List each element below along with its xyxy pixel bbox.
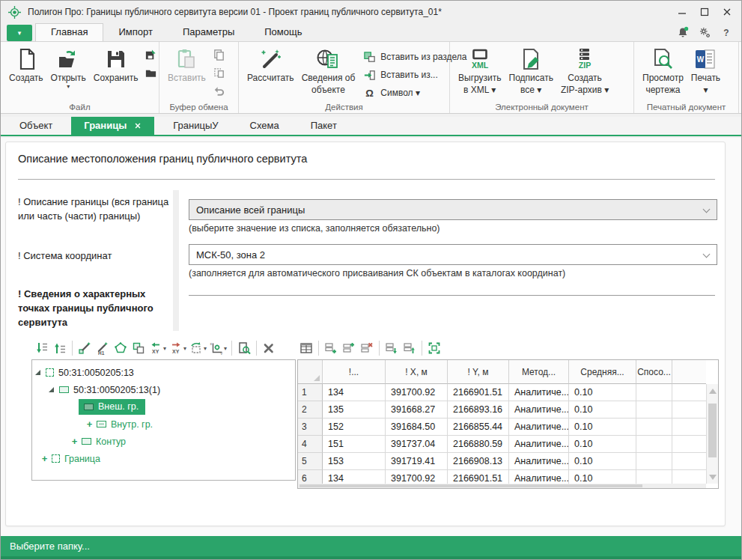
table-cell[interactable]: 391719.41 (386, 453, 448, 470)
polygon-button[interactable] (112, 339, 130, 357)
close-button[interactable] (716, 2, 738, 22)
table-cell[interactable]: 134 (323, 384, 386, 401)
sign-all-button[interactable]: Подписать все ▾ (505, 44, 557, 96)
tree-item-2[interactable]: Внеш. гр. (32, 398, 295, 416)
table-cell[interactable] (636, 401, 672, 419)
expander-open-icon[interactable] (35, 370, 40, 375)
table-cell[interactable]: 2166893.16 (448, 401, 509, 419)
document-tab-2[interactable]: ГраницыУ (160, 117, 231, 135)
move-row-down-button[interactable] (383, 339, 401, 357)
help-button[interactable]: ? (720, 26, 732, 38)
table-cell[interactable] (636, 384, 672, 401)
vertical-scrollbar[interactable] (706, 384, 718, 484)
ribbon-tab-2[interactable]: Параметры (168, 23, 249, 41)
expander-plus-icon[interactable]: + (41, 453, 48, 464)
table-cell[interactable]: 391668.27 (386, 401, 448, 419)
scrollbar-thumb[interactable] (299, 484, 642, 487)
transform-contour-button[interactable]: ▾ (188, 339, 208, 357)
table-cell[interactable] (636, 470, 672, 485)
maximize-button[interactable] (693, 2, 716, 22)
table-cell[interactable]: 391700.92 (386, 470, 448, 485)
row-number[interactable]: 5 (298, 453, 323, 470)
row-number[interactable]: 1 (298, 384, 323, 401)
table-cell[interactable]: Аналитиче... (509, 419, 569, 436)
save-button[interactable]: Сохранить (90, 44, 142, 83)
table-cell[interactable]: 0.10 (569, 419, 636, 436)
expander-plus-icon[interactable]: + (86, 419, 93, 430)
table-cell[interactable]: 0.10 (569, 470, 636, 485)
undo-button[interactable] (213, 85, 225, 97)
row-number[interactable]: 6 (298, 470, 323, 485)
minimize-button[interactable] (671, 2, 693, 22)
move-row-up-button[interactable] (401, 339, 419, 357)
add-row-button[interactable] (322, 339, 340, 357)
crs-select[interactable]: МСК-50, зона 2 (189, 244, 717, 265)
calculate-button[interactable]: Рассчитать (243, 44, 298, 83)
document-tab-4[interactable]: Пакет (298, 117, 350, 135)
table-cell[interactable]: 391684.50 (386, 419, 448, 436)
open-project-folder-button[interactable] (145, 67, 157, 79)
boundary-description-select[interactable]: Описание всей границы (189, 199, 717, 220)
import-xy-button[interactable]: XY▾ (148, 339, 168, 357)
copy-contour-button[interactable] (130, 339, 148, 357)
table-cell[interactable]: Аналитиче... (509, 470, 569, 485)
row-number[interactable]: 4 (298, 436, 323, 453)
table-cell[interactable]: 2166880.59 (448, 436, 509, 453)
create-zip-button[interactable]: ZIP Создать ZIP-архив ▾ (557, 44, 612, 96)
table-cell[interactable]: 0.10 (569, 401, 636, 419)
tree-item-4[interactable]: +Контур (32, 433, 295, 450)
column-header-0[interactable]: !... (323, 360, 386, 384)
document-tab-0[interactable]: Объект (7, 117, 65, 135)
table-cell[interactable]: 151 (323, 436, 386, 453)
export-xml-button[interactable]: XML Выгрузить в XML ▾ (454, 44, 505, 96)
tree-item-0[interactable]: 50:31:0050205:13 (32, 364, 295, 381)
main-menu-button[interactable]: ▾ (7, 25, 32, 41)
ribbon-tab-0[interactable]: Главная (35, 23, 103, 41)
notifications-button[interactable] (677, 26, 689, 38)
table-cell[interactable]: 391700.92 (386, 384, 448, 401)
scroll-down-arrow[interactable] (707, 472, 718, 482)
table-cell[interactable]: 152 (323, 419, 386, 436)
column-header-4[interactable]: Средняя... (569, 360, 636, 384)
table-cell[interactable] (636, 419, 672, 436)
table-cell[interactable]: 2166855.44 (448, 419, 509, 436)
new-button[interactable]: Создать (5, 44, 47, 83)
row-number[interactable]: 3 (298, 419, 323, 436)
document-tab-1[interactable]: Границы (71, 117, 154, 135)
ribbon-tab-3[interactable]: Помощь (249, 23, 317, 41)
row-number[interactable]: 2 (298, 401, 323, 419)
object-info-button[interactable]: Сведения об объекте (298, 44, 359, 96)
table-cell[interactable]: 0.10 (569, 384, 636, 401)
expander-open-icon[interactable] (49, 387, 54, 392)
table-cell[interactable] (636, 453, 672, 470)
scroll-up-arrow[interactable] (707, 386, 718, 396)
renumber-up-button[interactable] (51, 339, 69, 357)
save-as-button[interactable] (145, 49, 157, 61)
tree-item-1[interactable]: 50:31:0050205:13(1) (32, 381, 295, 398)
expander-plus-icon[interactable]: + (71, 436, 78, 447)
renumber-down-button[interactable] (33, 339, 51, 357)
table-cell[interactable]: 2166901.51 (448, 384, 509, 401)
copy-button[interactable] (213, 49, 225, 61)
settings-button[interactable] (699, 26, 711, 38)
delete-button[interactable] (260, 339, 278, 357)
print-button[interactable]: W Печать ▾ (687, 44, 724, 96)
open-button[interactable]: Открыть ▾ (47, 44, 90, 90)
select-all-corner[interactable] (298, 360, 323, 384)
column-header-5[interactable]: Спосо... (636, 360, 672, 384)
ribbon-tab-1[interactable]: Импорт (103, 23, 167, 41)
table-cell[interactable]: Аналитиче... (509, 384, 569, 401)
table-cell[interactable]: 2166901.51 (448, 470, 509, 485)
fit-frame-button[interactable] (425, 339, 443, 357)
tab-close-icon[interactable] (134, 122, 142, 130)
preview-search-button[interactable] (235, 339, 253, 357)
table-cell[interactable]: 0.10 (569, 436, 636, 453)
table-cell[interactable]: 134 (323, 470, 386, 485)
table-cell[interactable]: 135 (323, 401, 386, 419)
scrollbar-thumb[interactable] (708, 404, 717, 457)
export-xy-button[interactable]: XY▾ (168, 339, 188, 357)
table-cell[interactable] (636, 436, 672, 453)
table-grid-button[interactable] (297, 339, 315, 357)
delete-row-button[interactable] (358, 339, 376, 357)
wand-h1-button[interactable]: H1 (94, 339, 112, 357)
